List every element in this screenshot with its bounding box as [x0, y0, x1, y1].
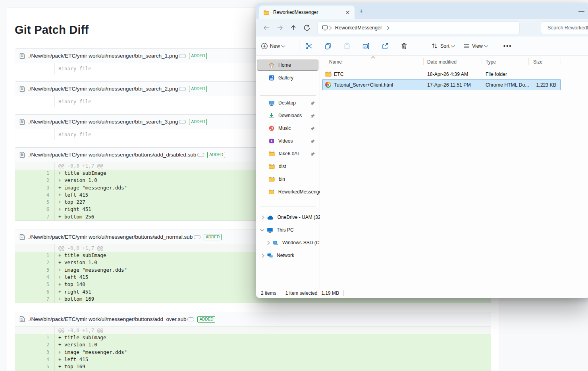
- binary-file-label: Binary file: [55, 96, 91, 107]
- sidebar-item-dist-folder[interactable]: dist: [256, 161, 320, 172]
- desktop-icon: [268, 100, 275, 106]
- sidebar-item-home[interactable]: Home: [257, 60, 318, 71]
- paste-icon[interactable]: [343, 42, 351, 50]
- added-line: 1+ title subImage: [15, 334, 491, 341]
- copy-path-icon[interactable]: [179, 87, 186, 91]
- file-icon: [19, 234, 25, 240]
- svg-text:A: A: [364, 44, 367, 48]
- tab-close-icon[interactable]: ✕: [345, 10, 351, 15]
- chrome-icon: [325, 82, 331, 88]
- breadcrumb[interactable]: ReworkedMessenger: [335, 25, 382, 31]
- chevron-down-icon: [484, 43, 488, 47]
- share-icon[interactable]: [381, 42, 389, 50]
- address-bar[interactable]: ReworkedMessenger: [317, 21, 520, 34]
- file-icon: [19, 119, 25, 125]
- line-number: 5: [15, 199, 55, 206]
- chevron-right-icon[interactable]: [266, 241, 270, 245]
- breadcrumb-chevron-icon: [328, 26, 332, 30]
- column-divider[interactable]: [561, 58, 561, 65]
- copy-icon[interactable]: [324, 42, 332, 50]
- music-icon: [268, 125, 275, 131]
- pin-icon: [310, 113, 315, 118]
- file-path: ./New/bin/pack/ETC/ymir work/ui/messenge…: [28, 86, 178, 92]
- sidebar-item-bin-folder[interactable]: bin: [256, 174, 320, 185]
- column-header-date[interactable]: Date modified: [427, 59, 457, 65]
- sidebar-item-windows-ssd[interactable]: Windows-SSD (C:): [256, 237, 320, 248]
- status-bar: 2 items 1 item selected 1.19 MB: [256, 288, 588, 298]
- file-list-pane: Name Date modified Type Size ETC 18-Apr-…: [320, 56, 588, 288]
- added-badge: ADDED: [207, 152, 225, 158]
- copy-path-icon[interactable]: [179, 120, 186, 124]
- chevron-down-icon[interactable]: [260, 228, 264, 232]
- view-button[interactable]: View: [463, 43, 488, 50]
- added-badge: ADDED: [189, 53, 207, 59]
- explorer-tab[interactable]: ReworkedMessenger ✕: [259, 6, 355, 19]
- copy-path-icon[interactable]: [187, 317, 194, 321]
- breadcrumb-chevron-icon[interactable]: [386, 26, 389, 30]
- line-number: 3: [15, 184, 55, 191]
- sort-button[interactable]: Sort: [431, 42, 454, 50]
- up-icon[interactable]: [289, 24, 297, 32]
- file-type: Chrome HTML Do...: [486, 82, 529, 88]
- copy-path-icon[interactable]: [179, 54, 186, 58]
- diff-section: ./New/bin/pack/ETC/ymir work/ui/messenge…: [15, 312, 491, 371]
- line-number: 2: [15, 259, 55, 266]
- added-badge: ADDED: [189, 86, 207, 92]
- delete-icon[interactable]: [400, 42, 408, 50]
- diff-gutter: [15, 63, 55, 74]
- search-placeholder: Search ReworkedMessenger: [548, 25, 588, 31]
- line-number: 2: [15, 341, 55, 348]
- sidebar-item-reworkedmessenger-folder[interactable]: ReworkedMessenger: [256, 186, 320, 197]
- diff-file-header: ./New/bin/pack/ETC/ymir work/ui/messenge…: [15, 312, 491, 327]
- line-number: 5: [15, 363, 55, 370]
- sidebar-item-network[interactable]: Network: [256, 250, 320, 261]
- chevron-right-icon[interactable]: [260, 215, 264, 219]
- rename-icon[interactable]: A: [362, 42, 370, 50]
- more-options-button[interactable]: •••: [503, 43, 512, 49]
- sidebar-item-desktop[interactable]: Desktop: [256, 97, 320, 108]
- column-header-size[interactable]: Size: [533, 59, 542, 65]
- sidebar-item-gallery[interactable]: Gallery: [256, 72, 320, 83]
- line-number: 3: [15, 349, 55, 356]
- new-tab-button[interactable]: +: [359, 8, 363, 14]
- cut-icon[interactable]: [305, 42, 313, 50]
- back-icon[interactable]: [262, 24, 270, 32]
- sidebar-item-take6-folder[interactable]: take6.0AI: [256, 148, 320, 159]
- pin-icon: [310, 100, 315, 106]
- search-input[interactable]: Search ReworkedMessenger: [541, 21, 588, 34]
- folder-icon: [268, 189, 275, 195]
- sidebar-item-videos[interactable]: Videos: [256, 135, 320, 147]
- sidebar-item-onedrive[interactable]: OneDrive - UAM (32: [256, 212, 320, 223]
- line-number: 4: [15, 356, 55, 363]
- sidebar-item-this-pc[interactable]: This PC: [256, 224, 320, 236]
- plus-circle-icon: [261, 43, 268, 50]
- minimize-button[interactable]: [578, 11, 584, 12]
- sort-arrows-icon: [431, 42, 438, 50]
- explorer-sidebar: Home Gallery Desktop Downloads Music: [256, 56, 320, 288]
- file-path: ./New/bin/pack/ETC/ymir work/ui/messenge…: [28, 152, 196, 158]
- status-item-count: 2 items: [261, 290, 276, 296]
- added-line: 3+ image "messenger.dds": [15, 349, 491, 356]
- new-button[interactable]: New: [261, 43, 285, 50]
- chevron-right-icon[interactable]: [260, 253, 264, 257]
- copy-path-icon[interactable]: [197, 153, 204, 157]
- sidebar-item-music[interactable]: Music: [256, 123, 320, 134]
- refresh-icon[interactable]: [303, 24, 311, 32]
- column-header-name[interactable]: Name: [329, 59, 342, 65]
- sidebar-item-downloads[interactable]: Downloads: [256, 110, 320, 121]
- column-header-type[interactable]: Type: [486, 59, 496, 65]
- added-line: 2+ version 1.0: [15, 341, 491, 348]
- column-divider[interactable]: [482, 58, 482, 65]
- column-divider[interactable]: [528, 58, 529, 65]
- file-path: ./New/bin/pack/ETC/ymir work/ui/messenge…: [28, 119, 178, 125]
- home-icon: [268, 62, 275, 68]
- added-badge: ADDED: [204, 234, 222, 240]
- drive-icon: [272, 240, 279, 245]
- folder-icon: [325, 71, 332, 77]
- column-divider[interactable]: [423, 58, 424, 65]
- file-icon: [19, 152, 25, 158]
- file-explorer-window: ReworkedMessenger ✕ + ReworkedMessenger …: [256, 3, 588, 298]
- forward-icon[interactable]: [276, 24, 284, 32]
- sidebar-divider: [260, 95, 316, 96]
- copy-path-icon[interactable]: [194, 235, 200, 239]
